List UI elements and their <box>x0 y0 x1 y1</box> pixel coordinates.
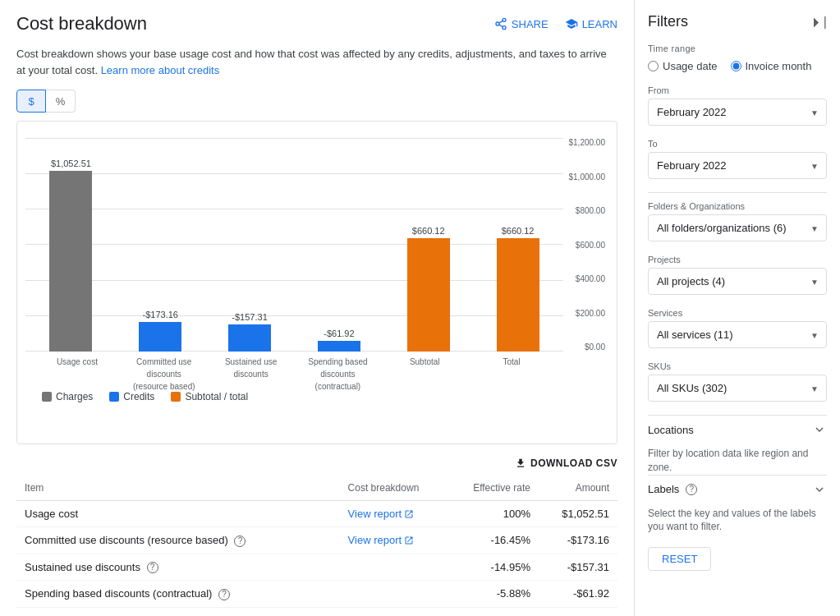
page-title: Cost breakdown <box>16 13 147 34</box>
col-amount: Amount <box>539 476 617 501</box>
usage-date-radio[interactable]: Usage date <box>648 60 718 72</box>
learn-button[interactable]: LEARN <box>565 17 617 30</box>
bar-gray <box>49 171 92 352</box>
sidebar-header: Filters ⏵| <box>648 13 827 30</box>
table-row: Usage cost View report 100% $1,052.51 <box>16 501 617 527</box>
locations-collapsible[interactable]: Locations <box>648 415 827 444</box>
labels-chevron-icon <box>812 482 827 497</box>
percent-toggle[interactable]: % <box>46 90 76 113</box>
share-icon <box>494 17 507 30</box>
col-item: Item <box>16 476 340 501</box>
table-row: Sustained use discounts ? -14.95% -$157.… <box>16 554 617 581</box>
reset-button[interactable]: RESET <box>648 547 711 571</box>
y-label-0: $0.00 <box>585 342 605 352</box>
to-label: To <box>648 139 827 149</box>
divider-1 <box>648 192 827 193</box>
x-label-usage: Usage cost <box>57 357 98 366</box>
projects-label: Projects <box>648 255 827 264</box>
folders-select[interactable]: All folders/organizations (6) <box>648 214 827 241</box>
external-link-icon <box>404 536 414 545</box>
download-row: DOWNLOAD CSV <box>16 457 617 469</box>
bar-subtotal: $660.12 <box>391 226 466 352</box>
bar-orange-2 <box>497 238 539 352</box>
legend-subtotal-dot <box>171 392 181 402</box>
rate-sustained: -14.95% <box>448 554 539 581</box>
svg-point-0 <box>503 18 506 21</box>
skus-select-wrapper: All SKUs (302) <box>648 375 827 402</box>
folders-select-wrapper: All folders/organizations (6) <box>648 214 827 241</box>
chart-container: $1,200.00 $1,000.00 $800.00 $600.00 $400… <box>16 121 617 444</box>
to-section: To February 2022 <box>648 139 827 179</box>
download-icon <box>515 457 526 469</box>
download-csv-button[interactable]: DOWNLOAD CSV <box>515 457 617 469</box>
help-icon[interactable]: ? <box>147 562 158 573</box>
svg-point-2 <box>503 26 506 30</box>
bar-orange-1 <box>407 238 450 352</box>
help-icon[interactable]: ? <box>234 536 246 547</box>
amount-cost: $1,052.51 <box>539 607 617 616</box>
table-row: Committed use discounts (resource based)… <box>16 527 617 554</box>
x-label-sustained: Sustained use discounts <box>225 357 277 379</box>
amount-usage-cost: $1,052.51 <box>539 501 617 527</box>
invoice-month-radio[interactable]: Invoice month <box>731 60 812 72</box>
services-section: Services All services (11) <box>648 308 827 348</box>
y-label-600: $600.00 <box>576 241 605 250</box>
svg-point-1 <box>496 22 499 25</box>
bar-blue-1 <box>139 322 181 352</box>
bar-blue-3 <box>318 341 360 352</box>
amount-spending: -$61.92 <box>539 581 617 608</box>
legend-credits: Credits <box>109 391 154 402</box>
labels-desc: Select the key and values of the labels … <box>648 507 827 535</box>
to-select[interactable]: February 2022 <box>648 152 827 179</box>
table-row: Spending based discounts (contractual) ?… <box>16 581 617 608</box>
from-select[interactable]: February 2022 <box>648 99 827 126</box>
header-actions: SHARE LEARN <box>494 17 617 30</box>
learn-more-link[interactable]: Learn more about credits <box>101 64 220 76</box>
legend-subtotal: Subtotal / total <box>171 391 248 402</box>
share-button[interactable]: SHARE <box>494 17 549 30</box>
skus-label: SKUs <box>648 361 827 371</box>
col-cost-breakdown: Cost breakdown <box>340 476 448 501</box>
amount-sustained: -$157.31 <box>539 554 617 581</box>
amount-committed: -$173.16 <box>539 527 617 554</box>
view-report-link[interactable]: View report <box>348 508 415 520</box>
description: Cost breakdown shows your base usage cos… <box>16 46 608 78</box>
rate-spending: -5.88% <box>448 581 539 608</box>
view-report-link[interactable]: View report <box>348 534 415 546</box>
projects-select[interactable]: All projects (4) <box>648 268 827 295</box>
chart-legend: Charges Credits Subtotal / total <box>25 391 608 402</box>
item-cost: Cost <box>16 607 340 616</box>
skus-select[interactable]: All SKUs (302) <box>648 375 827 402</box>
table-header-row: Item Cost breakdown Effective rate Amoun… <box>16 476 617 501</box>
external-link-icon <box>404 509 414 519</box>
time-range-section: Time range Usage date Invoice month <box>648 44 827 72</box>
x-label-total: Total <box>503 357 520 366</box>
projects-section: Projects All projects (4) <box>648 255 827 295</box>
svg-line-3 <box>499 25 503 27</box>
item-spending: Spending based discounts (contractual) ? <box>16 581 340 608</box>
y-label-400: $400.00 <box>576 274 605 283</box>
services-select-wrapper: All services (11) <box>648 321 827 348</box>
from-select-wrapper: February 2022 <box>648 99 827 126</box>
bar-usage-cost: $1,052.51 <box>34 159 108 352</box>
projects-select-wrapper: All projects (4) <box>648 268 827 295</box>
sidebar: Filters ⏵| Time range Usage date Invoice… <box>635 0 840 616</box>
services-select[interactable]: All services (11) <box>648 321 827 348</box>
help-icon[interactable]: ? <box>218 589 230 600</box>
locations-title: Locations <box>648 424 694 436</box>
sidebar-collapse-icon[interactable]: ⏵| <box>810 15 827 30</box>
locations-chevron-icon <box>812 422 827 437</box>
from-section: From February 2022 <box>648 85 827 126</box>
bar-blue-2 <box>228 324 271 352</box>
bar-sustained: -$157.31 <box>213 312 287 352</box>
labels-title: Labels <box>648 483 679 495</box>
bar-committed: -$173.16 <box>123 310 198 352</box>
labels-help-icon[interactable]: ? <box>686 484 697 495</box>
labels-collapsible[interactable]: Labels ? <box>648 475 827 503</box>
dollar-toggle[interactable]: $ <box>16 90 46 113</box>
folders-label: Folders & Organizations <box>648 201 827 211</box>
item-sustained: Sustained use discounts ? <box>16 554 340 581</box>
bar-total: $660.12 <box>480 226 555 352</box>
col-effective-rate: Effective rate <box>448 476 539 501</box>
item-usage-cost: Usage cost <box>16 501 340 527</box>
